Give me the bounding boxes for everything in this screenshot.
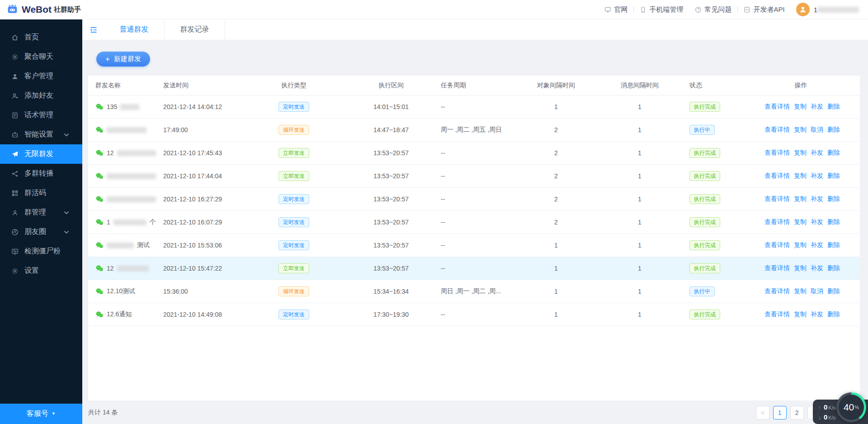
pagination-page-1[interactable]: 1 bbox=[773, 406, 787, 419]
action-resend[interactable]: 补发 bbox=[811, 172, 823, 179]
action-delete[interactable]: 删除 bbox=[827, 172, 840, 179]
cell-send-time: 2021-12-14 14:04:12 bbox=[156, 95, 246, 119]
gauge-percent-symbol: % bbox=[854, 405, 859, 410]
sidebar-item-zombie-fan-check[interactable]: 检测僵尸粉 bbox=[0, 242, 82, 261]
download-value: 0 bbox=[824, 413, 827, 421]
nav-faq[interactable]: 常见问题 bbox=[695, 5, 731, 14]
action-view-details[interactable]: 查看详情 bbox=[764, 172, 790, 179]
action-delete[interactable]: 删除 bbox=[827, 195, 840, 202]
sidebar-item-unlimited-mass-send[interactable]: 无限群发 bbox=[0, 144, 82, 164]
action-delete[interactable]: 删除 bbox=[827, 264, 840, 272]
table-row[interactable]: 测试2021-12-10 15:53:06定时发送13:53~20:57--11… bbox=[88, 234, 860, 257]
tab-mass-send-records[interactable]: 群发记录 bbox=[165, 19, 225, 40]
table-row[interactable]: 1个2021-12-10 16:07:29定时发送13:53~20:57--21… bbox=[88, 211, 860, 234]
avatar-person-icon bbox=[799, 5, 807, 14]
action-view-details[interactable]: 查看详情 bbox=[764, 218, 790, 225]
action-resend[interactable]: 补发 bbox=[811, 195, 823, 202]
action-resend[interactable]: 补发 bbox=[811, 218, 823, 225]
action-view-details[interactable]: 查看详情 bbox=[764, 195, 790, 202]
table-row[interactable]: 122021-12-10 17:45:43立即发送13:53~20:57--21… bbox=[88, 142, 860, 165]
chevron-down-icon bbox=[63, 131, 70, 138]
new-mass-send-button[interactable]: + 新建群发 bbox=[96, 52, 150, 67]
nav-mobile-management[interactable]: 手机端管理 bbox=[640, 5, 683, 14]
action-copy[interactable]: 复制 bbox=[794, 264, 807, 272]
action-resend[interactable]: 补发 bbox=[811, 149, 823, 156]
action-resend[interactable]: 补发 bbox=[811, 241, 823, 248]
action-view-details[interactable]: 查看详情 bbox=[764, 310, 790, 318]
action-view-details[interactable]: 查看详情 bbox=[764, 149, 790, 156]
service-account-button[interactable]: 客服号 ▼ bbox=[0, 404, 82, 424]
user-info[interactable]: 1 bbox=[796, 3, 859, 16]
table-row[interactable]: 1352021-12-14 14:04:12定时发送14:01~15:01--1… bbox=[88, 95, 860, 119]
status-badge: 执行完成 bbox=[689, 148, 720, 158]
action-copy[interactable]: 复制 bbox=[794, 195, 807, 202]
action-cancel[interactable]: 取消 bbox=[811, 287, 823, 295]
table-row[interactable]: 2021-12-10 16:27:29定时发送13:53~20:57--21执行… bbox=[88, 188, 860, 211]
action-view-details[interactable]: 查看详情 bbox=[764, 287, 790, 295]
table-row[interactable]: 122021-12-10 15:47:22立即发送13:53~20:57--11… bbox=[88, 257, 860, 280]
action-copy[interactable]: 复制 bbox=[794, 310, 807, 318]
sidebar-item-customer-management[interactable]: 客户管理 bbox=[0, 67, 82, 86]
tab-label: 群发记录 bbox=[180, 25, 209, 34]
nav-developer-api[interactable]: 开发者API bbox=[744, 5, 784, 14]
action-copy[interactable]: 复制 bbox=[794, 172, 807, 179]
table-row[interactable]: 12.10测试15:36:00循环发送15:34~16:34周日 ,周一 ,周二… bbox=[88, 280, 860, 303]
action-resend[interactable]: 补发 bbox=[811, 310, 823, 318]
action-delete[interactable]: 删除 bbox=[827, 149, 840, 156]
action-copy[interactable]: 复制 bbox=[794, 103, 807, 110]
sidebar-item-script-management[interactable]: 话术管理 bbox=[0, 105, 82, 125]
sidebar-item-group-qr-code[interactable]: 群活码 bbox=[0, 183, 82, 203]
name-text: 12 bbox=[107, 265, 114, 272]
sidebar-item-settings[interactable]: 设置 bbox=[0, 261, 82, 281]
divider bbox=[633, 6, 634, 13]
cell-cycle: 周日 ,周一 ,周二 ,周... bbox=[441, 280, 522, 303]
action-view-details[interactable]: 查看详情 bbox=[764, 103, 790, 110]
cell-cycle: -- bbox=[441, 165, 522, 188]
sidebar-item-aggregate-chat[interactable]: 聚合聊天 bbox=[0, 47, 82, 67]
action-copy[interactable]: 复制 bbox=[794, 287, 807, 295]
name-text: 135 bbox=[107, 103, 117, 110]
sidebar-item-group-management[interactable]: 群管理 bbox=[0, 203, 82, 222]
cell-exec-type: 定时发送 bbox=[246, 234, 341, 257]
table-row[interactable]: 17:49:00循环发送14:47~18:47周一 ,周二 ,周五 ,周日21执… bbox=[88, 119, 860, 142]
action-resend[interactable]: 补发 bbox=[811, 264, 823, 272]
sidebar-item-smart-settings[interactable]: 智能设置 bbox=[0, 125, 82, 144]
action-delete[interactable]: 删除 bbox=[827, 310, 840, 318]
action-delete[interactable]: 删除 bbox=[827, 126, 840, 133]
action-delete[interactable]: 删除 bbox=[827, 287, 840, 295]
sidebar-item-add-friend[interactable]: 添加好友 bbox=[0, 86, 82, 105]
action-copy[interactable]: 复制 bbox=[794, 126, 807, 133]
action-resend[interactable]: 补发 bbox=[811, 103, 823, 110]
tab-normal-mass-send[interactable]: 普通群发 bbox=[104, 19, 165, 40]
action-delete[interactable]: 删除 bbox=[827, 103, 840, 110]
cell-message-interval: 1 bbox=[590, 95, 689, 119]
action-delete[interactable]: 删除 bbox=[827, 218, 840, 225]
cell-exec-type: 循环发送 bbox=[246, 119, 341, 142]
nav-label: 手机端管理 bbox=[649, 5, 683, 14]
nav-official-site[interactable]: 官网 bbox=[604, 5, 627, 14]
name-text: 12.6通知 bbox=[107, 310, 132, 319]
cell-object-interval: 1 bbox=[522, 95, 590, 119]
top-nav: 官网手机端管理常见问题开发者API bbox=[599, 5, 790, 14]
cell-status: 执行中 bbox=[689, 119, 762, 142]
action-view-details[interactable]: 查看详情 bbox=[764, 241, 790, 248]
table-row[interactable]: 2021-12-10 17:44:04立即发送13:53~20:57--21执行… bbox=[88, 165, 860, 188]
menu-fold-icon[interactable] bbox=[90, 26, 98, 34]
action-copy[interactable]: 复制 bbox=[794, 241, 807, 248]
table-row[interactable]: 12.6通知2021-12-10 14:49:08定时发送17:30~19:30… bbox=[88, 303, 860, 326]
mass-send-table-card: 群发名称发送时间执行类型执行区间任务周期对象间隔时间消息间隔时间状态操作 135… bbox=[88, 76, 860, 400]
action-copy[interactable]: 复制 bbox=[794, 218, 807, 225]
sidebar-item-home[interactable]: 首页 bbox=[0, 28, 82, 47]
action-view-details[interactable]: 查看详情 bbox=[764, 264, 790, 272]
sidebar-item-multi-group-broadcast[interactable]: 多群转播 bbox=[0, 164, 82, 183]
pagination-prev[interactable]: < bbox=[756, 406, 769, 419]
action-view-details[interactable]: 查看详情 bbox=[764, 126, 790, 133]
network-monitor-widget[interactable]: ↑ 0 K/s ↓ 0 K/s 40 % bbox=[813, 400, 868, 424]
action-cancel[interactable]: 取消 bbox=[811, 126, 823, 133]
sidebar-item-moments[interactable]: 朋友圈 bbox=[0, 222, 82, 242]
cell-message-interval: 1 bbox=[590, 211, 689, 234]
pagination-page-2[interactable]: 2 bbox=[790, 406, 804, 419]
action-delete[interactable]: 删除 bbox=[827, 241, 840, 248]
action-copy[interactable]: 复制 bbox=[794, 149, 807, 156]
qr-code-icon bbox=[11, 190, 19, 197]
